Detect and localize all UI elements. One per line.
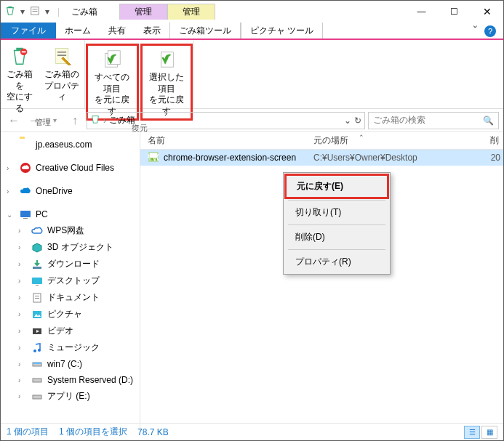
- file-row[interactable]: PNGchrome-browser-extension-screen C:¥Us…: [140, 150, 503, 166]
- address-segment[interactable]: ごみ箱: [109, 114, 135, 126]
- drive-icon: [31, 358, 43, 370]
- svg-rect-25: [35, 296, 39, 296]
- svg-rect-18: [20, 211, 31, 217]
- tree-easeus[interactable]: jp.easeus.com: [1, 137, 140, 153]
- status-bar: 1 個の項目 1 個の項目を選択 78.7 KB ☰ ▦: [1, 423, 503, 440]
- col-location[interactable]: 元の場所: [309, 134, 486, 147]
- empty-bin-icon: [8, 44, 31, 68]
- tree-3d[interactable]: ›3D オブジェクト: [1, 239, 140, 256]
- tree-pictures[interactable]: ›ピクチャ: [1, 306, 140, 323]
- status-size: 78.7 KB: [137, 427, 169, 437]
- desktop-icon: [31, 275, 43, 287]
- tab-recyclebin-tools[interactable]: ごみ箱ツール: [169, 23, 241, 39]
- qat-dropdown[interactable]: ▾: [17, 4, 28, 19]
- restore-selected-button[interactable]: 選択した項目 を元に戻す: [140, 44, 193, 121]
- tree-creative-cloud[interactable]: ›Creative Cloud Files: [1, 160, 140, 176]
- tree-desktop[interactable]: ›デスクトップ: [1, 272, 140, 289]
- navigation-bar: ← → ▾ ↑ › ごみ箱 ⌄ ↻ ごみ箱の検索 🔍: [1, 109, 503, 132]
- tree-videos[interactable]: ›ビデオ: [1, 323, 140, 339]
- ribbon-collapse[interactable]: ˇ: [473, 25, 477, 38]
- drive-icon: [31, 391, 43, 402]
- ctx-delete[interactable]: 削除(D): [285, 227, 388, 248]
- svg-marker-0: [7, 7, 14, 15]
- tab-picture-tools[interactable]: ピクチャ ツール: [241, 23, 323, 39]
- search-box[interactable]: ごみ箱の検索 🔍: [368, 112, 499, 129]
- tree-drive-d[interactable]: ›System Reserved (D:): [1, 372, 140, 388]
- col-deleted[interactable]: 削: [486, 134, 503, 147]
- maximize-button[interactable]: ☐: [438, 1, 471, 23]
- svg-text:PNG: PNG: [148, 152, 159, 162]
- qat-properties-icon[interactable]: [30, 6, 40, 18]
- ctx-cut[interactable]: 切り取り(T): [285, 202, 388, 223]
- address-sep[interactable]: ›: [103, 116, 106, 126]
- svg-rect-19: [23, 218, 28, 219]
- cloud-icon: [31, 225, 43, 237]
- contextual-tab-recycle[interactable]: 管理: [119, 4, 167, 20]
- creative-cloud-icon: [20, 162, 31, 174]
- download-icon: [31, 259, 43, 270]
- sort-indicator: ⌃: [359, 134, 364, 141]
- svg-rect-3: [33, 9, 38, 9]
- recycle-bin-properties-button[interactable]: ごみ箱の プロパティ: [39, 43, 84, 116]
- ctx-restore[interactable]: 元に戻す(E): [287, 176, 387, 197]
- svg-rect-4: [33, 11, 38, 12]
- col-name[interactable]: 名前: [140, 134, 309, 147]
- restore-selected-icon: [155, 47, 178, 70]
- column-headers: 名前 元の場所 削: [140, 132, 503, 150]
- tree-wps[interactable]: ›WPS网盘: [1, 222, 140, 239]
- svg-rect-35: [33, 379, 41, 382]
- pc-icon: [20, 209, 31, 220]
- context-menu: 元に戻す(E) 切り取り(T) 削除(D) プロパティ(R): [283, 172, 391, 275]
- svg-rect-10: [57, 52, 65, 53]
- svg-rect-27: [33, 311, 41, 318]
- contextual-tab-picture[interactable]: 管理: [167, 4, 215, 20]
- svg-point-32: [38, 349, 41, 352]
- search-icon: 🔍: [483, 116, 494, 126]
- tree-drive-c[interactable]: ›win7 (C:): [1, 356, 140, 372]
- tree-documents[interactable]: ›ドキュメント: [1, 289, 140, 306]
- forward-button[interactable]: →: [25, 112, 43, 129]
- videos-icon: [31, 325, 43, 337]
- recent-dropdown[interactable]: ▾: [46, 112, 63, 129]
- tree-onedrive[interactable]: ›OneDrive: [1, 183, 140, 199]
- tree-drive-e[interactable]: ›アプリ (E:): [1, 388, 140, 405]
- refresh-button[interactable]: ↻: [354, 116, 361, 126]
- view-icons-button[interactable]: ▦: [481, 426, 497, 439]
- menu-bar: ファイル ホーム 共有 表示 ごみ箱ツール ピクチャ ツール ˇ ?: [1, 23, 503, 40]
- address-dropdown[interactable]: ⌄: [344, 116, 351, 126]
- tree-pc[interactable]: ⌄PC: [1, 206, 140, 222]
- svg-rect-23: [36, 285, 39, 286]
- title-bar: ▾ ▾ | ごみ箱 管理 管理 — ☐ ✕: [1, 1, 503, 23]
- minimize-button[interactable]: —: [405, 1, 438, 23]
- back-button[interactable]: ←: [5, 112, 23, 129]
- status-selection: 1 個の項目を選択: [59, 426, 127, 438]
- svg-rect-34: [33, 363, 41, 364]
- restore-all-button[interactable]: すべての項目 を元に戻す: [86, 44, 139, 121]
- tree-downloads[interactable]: ›ダウンロード: [1, 256, 140, 272]
- tab-view[interactable]: 表示: [135, 23, 169, 39]
- help-icon[interactable]: ?: [484, 25, 496, 37]
- navigation-tree[interactable]: jp.easeus.com ›Creative Cloud Files ›One…: [1, 132, 140, 432]
- svg-rect-8: [22, 51, 26, 52]
- svg-point-31: [33, 349, 36, 352]
- ctx-properties[interactable]: プロパティ(R): [285, 251, 388, 272]
- window-title: ごみ箱: [71, 6, 97, 18]
- svg-rect-22: [32, 278, 42, 284]
- up-button[interactable]: ↑: [66, 112, 84, 129]
- file-tab[interactable]: ファイル: [1, 23, 56, 39]
- svg-marker-20: [33, 243, 41, 252]
- drive-icon: [31, 374, 43, 386]
- 3d-icon: [31, 242, 43, 254]
- recycle-bin-icon: [5, 6, 15, 18]
- tab-home[interactable]: ホーム: [56, 23, 100, 39]
- tree-music[interactable]: ›ミュージック: [1, 339, 140, 356]
- svg-rect-1: [8, 6, 12, 7]
- qat-dropdown-2[interactable]: ▾: [41, 4, 53, 19]
- properties-icon: [50, 44, 73, 68]
- address-bar[interactable]: › ごみ箱 ⌄ ↻: [87, 112, 365, 129]
- close-button[interactable]: ✕: [471, 1, 503, 23]
- empty-recycle-bin-button[interactable]: ごみ箱を 空にする: [1, 43, 39, 116]
- view-details-button[interactable]: ☰: [464, 426, 480, 439]
- ribbon: ごみ箱を 空にする ごみ箱の プロパティ 管理 すべての項目 を元に戻す 選択し…: [1, 40, 503, 109]
- tab-share[interactable]: 共有: [100, 23, 135, 39]
